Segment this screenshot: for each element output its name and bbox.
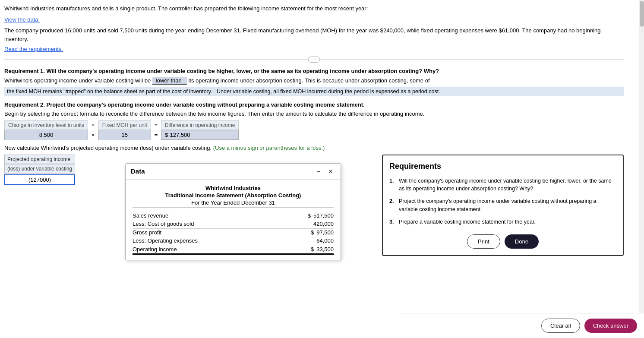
formula-table: Change in inventory level in units × Fix…: [4, 120, 239, 140]
is-amount-gross: 97,500: [316, 229, 334, 236]
modal-close-button[interactable]: ✕: [326, 167, 335, 176]
is-period: For the Year Ended December 31: [133, 199, 334, 208]
is-statement-title: Traditional Income Statement (Absorption…: [133, 192, 334, 199]
requirements-buttons: Print Done: [389, 234, 616, 249]
req-item-3: 3. Prepare a variable costing income sta…: [389, 218, 616, 226]
proj-calc-note: (Use a minus sign or parentheses for a l…: [213, 145, 325, 151]
formula-col1-value[interactable]: 8,500: [5, 130, 88, 140]
bottom-bar: Clear all Check answer: [402, 313, 644, 338]
scrollbar-thumb[interactable]: [640, 1, 644, 27]
req2-heading: Requirement 2. Project the company's ope…: [4, 101, 624, 108]
read-requirements-link[interactable]: Read the requirements.: [4, 46, 63, 52]
is-row-opex: Less: Operating expenses 64,000: [133, 237, 334, 245]
is-value-opinc: $ 33,500: [290, 246, 334, 253]
req-text-2: Project the company's operating income u…: [399, 197, 616, 214]
formula-col3-header: Fixed MOH per unit: [98, 121, 151, 130]
is-label-sales: Sales revenue: [133, 212, 168, 219]
scrollbar[interactable]: [639, 0, 644, 338]
req2-begin: Begin by selecting the correct formula t…: [4, 111, 624, 117]
clear-all-button[interactable]: Clear all: [541, 319, 580, 333]
requirement2-section: Requirement 2. Project the company's ope…: [4, 101, 624, 256]
req-item-1: 1. Will the company's operating income u…: [389, 177, 616, 193]
is-value-gross: $ 97,500: [290, 229, 334, 236]
formula-eq-value: =: [151, 130, 161, 140]
is-value-cogs: 420,000: [290, 221, 334, 227]
requirement1-section: Requirement 1. Will the company's operat…: [4, 68, 624, 96]
is-row-cogs: Less: Cost of goods sold 420,000: [133, 220, 334, 228]
is-row-sales: Sales revenue $ 517,500: [133, 212, 334, 220]
is-amount-cogs: 420,000: [313, 221, 334, 227]
is-amount-opinc: 33,500: [316, 246, 334, 253]
two-column-layout: Projected operating income (loss) under …: [4, 155, 624, 256]
projected-income-label2: (loss) under variable costing: [4, 164, 75, 174]
req-text-1: Will the company's operating income unde…: [399, 177, 616, 193]
req1-continuation: its operating income under absorption co…: [187, 77, 430, 84]
data-modal: Data − ✕ Whirlwind Industries Traditiona…: [125, 163, 341, 260]
is-row-gross: Gross profit $ 97,500: [133, 228, 334, 237]
formula-col5-value: 127,500: [170, 132, 190, 138]
intro-paragraph: Whirlwind Industries manufactures and se…: [4, 4, 624, 13]
view-data-line: View the data.: [4, 16, 624, 24]
check-answer-button[interactable]: Check answer: [584, 319, 637, 333]
req1-answer-line: Whirlwind's operating income under varia…: [4, 77, 624, 85]
divider-dots: ···: [308, 57, 320, 63]
proj-calc-text-line: Now calculate Whirlwind's projected oper…: [4, 145, 624, 151]
formula-col1-header: Change in inventory level in units: [5, 121, 88, 130]
formula-col5-value-cell[interactable]: $ 127,500: [161, 130, 239, 140]
projected-income-label1: Projected operating income: [4, 155, 75, 164]
data-modal-title: Data: [131, 167, 145, 175]
is-value-opex: 64,000: [290, 237, 334, 244]
is-dollar-sales: $: [308, 212, 311, 219]
is-row-opinc: Operating income $ 33,500: [133, 245, 334, 255]
formula-col5-header: Difference in operating income: [161, 121, 239, 130]
req-num-1: 1.: [389, 177, 396, 193]
requirements-content: Requirements 1. Will the company's opera…: [389, 162, 616, 249]
formula-times-value: ×: [88, 130, 99, 140]
formula-col3-value[interactable]: 15: [98, 130, 151, 140]
detail-paragraph: The company produced 16,000 units and so…: [4, 26, 624, 43]
is-label-cogs: Less: Cost of goods sold: [133, 221, 194, 227]
proj-calc-text: Now calculate Whirlwind's projected oper…: [4, 145, 212, 151]
is-amount-opex: 64,000: [316, 237, 334, 244]
view-data-link[interactable]: View the data.: [4, 16, 40, 23]
req1-bold: Requirement 1.: [4, 68, 45, 74]
requirements-title: Requirements: [389, 162, 616, 171]
req-item-2: 2. Project the company's operating incom…: [389, 197, 616, 214]
formula-eq-header: =: [151, 121, 161, 130]
req2-bold: Requirement 2.: [4, 101, 45, 108]
req-text-3: Prepare a variable costing income statem…: [399, 218, 536, 226]
divider: ···: [4, 57, 624, 63]
modal-controls: − ✕: [315, 167, 335, 176]
is-amount-sales: 517,500: [313, 212, 334, 219]
is-value-sales: $ 517,500: [290, 212, 334, 219]
data-modal-body: Whirlwind Industries Traditional Income …: [126, 180, 341, 260]
print-button[interactable]: Print: [467, 234, 500, 249]
req1-text: Will the company's operating income unde…: [45, 68, 439, 74]
req2-text: Project the company's operating income u…: [45, 101, 365, 108]
formula-values-row: 8,500 × 15 = $ 127,500: [5, 130, 239, 140]
is-label-opex: Less: Operating expenses: [133, 237, 198, 244]
is-label-opinc: Operating income: [133, 246, 177, 253]
formula-header-row: Change in inventory level in units × Fix…: [5, 121, 239, 130]
req1-heading: Requirement 1. Will the company's operat…: [4, 68, 624, 74]
intro-text: Whirlwind Industries manufactures and se…: [4, 5, 368, 12]
formula-col5-dollar: $: [165, 132, 168, 138]
req1-answer-dropdown[interactable]: lower than: [152, 77, 187, 85]
is-company-name: Whirlwind Industries: [133, 185, 334, 191]
main-content: Whirlwind Industries manufactures and se…: [0, 0, 630, 260]
modal-minimize-button[interactable]: −: [315, 167, 322, 176]
is-label-gross: Gross profit: [133, 229, 161, 236]
divider-line-right: [320, 60, 624, 60]
req1-row2: the fixed MOH remains "trapped" on the b…: [4, 87, 624, 96]
done-button[interactable]: Done: [505, 234, 539, 249]
formula-times-header: ×: [88, 121, 99, 130]
req1-prefix: Whirlwind's operating income under varia…: [4, 77, 152, 84]
is-dollar-gross: $: [311, 229, 314, 236]
is-dollar-opinc: $: [311, 246, 314, 253]
req1-row2-right: Under variable costing, all fixed MOH in…: [217, 88, 440, 95]
left-column: Projected operating income (loss) under …: [4, 155, 382, 256]
projected-income-input[interactable]: (127000): [4, 174, 75, 185]
divider-line-left: [4, 60, 308, 60]
req-num-3: 3.: [389, 218, 396, 226]
data-modal-header: Data − ✕: [126, 164, 341, 180]
